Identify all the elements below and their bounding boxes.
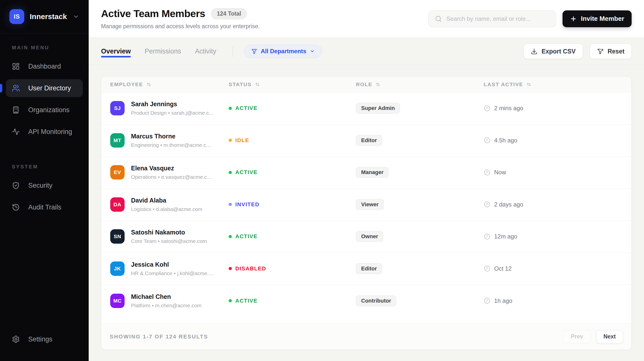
status-label: ACTIVE (235, 105, 258, 111)
sort-icon (255, 82, 260, 87)
sidebar-item-api-monitoring[interactable]: API Monitoring (6, 123, 83, 141)
filter-icon (251, 48, 257, 54)
sort-icon (146, 82, 152, 87)
page-subtitle: Manage permissions and access levels acr… (101, 23, 260, 30)
page-title: Active Team Members (101, 8, 205, 19)
avatar: SJ (110, 101, 124, 115)
invite-member-button[interactable]: Invite Member (562, 10, 632, 27)
dashboard-icon (12, 62, 20, 70)
sidebar-item-user-directory[interactable]: User Directory (6, 79, 83, 97)
role-badge: Owner (356, 231, 383, 242)
status-dot (228, 107, 232, 110)
sidebar-item-security[interactable]: Security (6, 177, 83, 194)
last-active-text: 2 days ago (494, 201, 523, 208)
clock-icon (484, 105, 490, 112)
avatar: MC (110, 294, 124, 308)
download-icon (531, 48, 538, 55)
status-dot (228, 299, 232, 302)
department-filter-dropdown[interactable]: All Departments (244, 44, 322, 58)
shield-icon (12, 181, 20, 189)
last-active-text: Oct 12 (494, 265, 512, 272)
prev-page-button[interactable]: Prev (564, 330, 590, 344)
status-dot (228, 267, 232, 270)
logo: IS (10, 9, 24, 24)
sidebar: IS Innerstack MAIN MENU Dashboard User D… (0, 0, 89, 361)
building-icon (12, 106, 20, 114)
status-dot (228, 203, 232, 206)
avatar: SN (110, 229, 124, 244)
search-box[interactable] (428, 10, 556, 27)
table-row[interactable]: DA David Alaba Logistics • d.alaba@acme.… (101, 189, 631, 221)
employee-name: Satoshi Nakamoto (131, 229, 207, 236)
role-badge: Super Admin (356, 103, 400, 114)
nav-section-label: MAIN MENU (6, 45, 83, 50)
clock-icon (484, 201, 490, 208)
table-footer: SHOWING 1-7 OF 124 RESULTS Prev Next (101, 323, 631, 350)
toolbar: Overview Permissions Activity All Depart… (89, 38, 644, 65)
role-cell: Owner (356, 231, 484, 242)
avatar: MT (110, 133, 124, 148)
nav-section-label: SYSTEM (6, 164, 83, 170)
avatar: DA (110, 197, 124, 212)
table-row[interactable]: EV Elena Vasquez Operations • e.vasquez@… (101, 156, 631, 189)
last-active-cell: 1h ago (484, 297, 622, 304)
sidebar-item-settings[interactable]: Settings (6, 330, 83, 348)
column-header-status[interactable]: STATUS (228, 81, 356, 87)
page-header: Active Team Members 124 Total Manage per… (89, 0, 644, 38)
status-dot (228, 235, 232, 238)
employee-meta: Operations • e.vasquez@acme.c… (131, 174, 212, 180)
clock-icon (484, 233, 490, 240)
status-cell: ACTIVE (228, 105, 356, 111)
table-row[interactable]: SN Satoshi Nakamoto Core Team • satoshi@… (101, 221, 631, 253)
table-row[interactable]: MT Marcus Thorne Engineering • m.thorne@… (101, 125, 631, 157)
role-badge: Editor (356, 263, 382, 274)
avatar: JK (110, 262, 124, 276)
invite-member-label: Invite Member (581, 15, 624, 22)
sidebar-item-organizations[interactable]: Organizations (6, 101, 83, 119)
sidebar-item-audit-trails[interactable]: Audit Trails (6, 198, 83, 216)
workspace-switcher[interactable]: IS Innerstack (0, 0, 89, 33)
reset-filters-button[interactable]: Reset (590, 43, 632, 59)
team-members-table: EMPLOYEE STATUS ROLE LAST ACTIVE SJ (101, 76, 632, 350)
activity-icon (12, 128, 20, 136)
employee-cell: DA David Alaba Logistics • d.alaba@acme.… (110, 197, 228, 212)
column-header-employee[interactable]: EMPLOYEE (110, 81, 228, 87)
next-page-button[interactable]: Next (596, 330, 623, 344)
last-active-text: 4.5h ago (494, 137, 517, 144)
employee-cell: SJ Sarah Jennings Product Design • sarah… (110, 100, 228, 116)
last-active-cell: Oct 12 (484, 265, 622, 272)
last-active-text: 1h ago (494, 297, 512, 304)
last-active-cell: 12m ago (484, 233, 622, 240)
column-header-role[interactable]: ROLE (356, 81, 484, 87)
employee-meta: Platform • m.chen@acme.com (131, 303, 201, 309)
table-body: SJ Sarah Jennings Product Design • sarah… (101, 92, 631, 317)
sidebar-item-dashboard[interactable]: Dashboard (6, 57, 83, 75)
export-csv-button[interactable]: Export CSV (524, 43, 583, 59)
employee-name: Jessica Kohl (131, 261, 214, 268)
status-cell: INVITED (228, 201, 356, 208)
chevron-down-icon (310, 49, 315, 54)
status-label: DISABLED (235, 265, 266, 272)
role-badge: Editor (356, 135, 382, 146)
chevron-down-icon[interactable] (73, 13, 79, 20)
last-active-text: 2 mins ago (494, 105, 523, 112)
tab-permissions[interactable]: Permissions (145, 38, 181, 65)
table-row[interactable]: SJ Sarah Jennings Product Design • sarah… (101, 92, 631, 125)
tab-overview[interactable]: Overview (101, 38, 131, 65)
tab-activity[interactable]: Activity (195, 38, 216, 65)
gear-icon (12, 335, 20, 343)
last-active-cell: 4.5h ago (484, 137, 622, 144)
clock-icon (484, 137, 490, 144)
table-header-row: EMPLOYEE STATUS ROLE LAST ACTIVE (101, 76, 631, 92)
last-active-text: 12m ago (494, 233, 517, 240)
column-header-last-active[interactable]: LAST ACTIVE (484, 81, 622, 87)
employee-name: Michael Chen (131, 293, 201, 300)
status-cell: ACTIVE (228, 298, 356, 304)
employee-name: David Alaba (131, 197, 202, 204)
table-row[interactable]: JK Jessica Kohl HR & Compliance • j.kohl… (101, 253, 631, 285)
table-row[interactable]: MC Michael Chen Platform • m.chen@acme.c… (101, 285, 631, 317)
role-cell: Super Admin (356, 103, 484, 114)
search-input[interactable] (446, 15, 550, 22)
history-icon (12, 203, 20, 211)
role-cell: Editor (356, 263, 484, 274)
